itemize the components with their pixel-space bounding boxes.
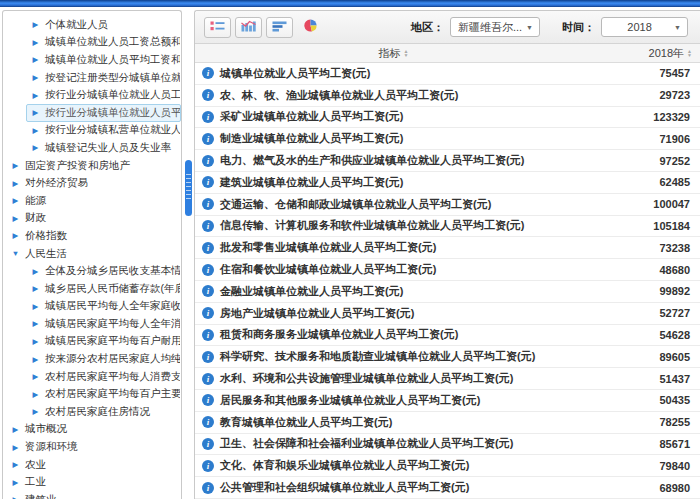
indicator-name: 城镇单位就业人员平均工资(元) bbox=[220, 66, 370, 81]
sidebar-item[interactable]: ▶ 城乡居民人民币储蓄存款(年底余额) bbox=[3, 280, 181, 298]
indicator-value: 100047 bbox=[592, 198, 700, 210]
tree-arrow-icon: ▶ bbox=[11, 460, 20, 469]
year-header-label: 2018年 bbox=[649, 46, 684, 61]
table-row: i 信息传输、计算机服务和软件业城镇单位就业人员平均工资(元) 105184 bbox=[195, 216, 700, 238]
info-icon[interactable]: i bbox=[202, 111, 214, 123]
sidebar-item[interactable]: ▶ 城镇单位就业人员平均工资和指数 bbox=[3, 51, 181, 69]
sidebar-item[interactable]: ▶ 农业 bbox=[3, 456, 181, 474]
info-icon[interactable]: i bbox=[202, 482, 214, 494]
tree-arrow-icon: ▶ bbox=[31, 126, 40, 135]
table-row: i 水利、环境和公共设施管理业城镇单位就业人员平均工资(元) 51437 bbox=[195, 368, 700, 390]
region-dropdown[interactable]: 新疆维吾尔... ▼ bbox=[450, 17, 540, 37]
table-row: i 租赁和商务服务业城镇单位就业人员平均工资(元) 54628 bbox=[195, 325, 700, 347]
sidebar-item[interactable]: ▶ 城市概况 bbox=[3, 421, 181, 439]
sidebar-item-label: 城镇居民家庭平均每人全年消费性支出 bbox=[45, 317, 181, 331]
indicator-table-body: i 城镇单位就业人员平均工资(元) 75457 i 农、林、牧、渔业城镇单位就业… bbox=[195, 63, 700, 499]
indicator-name: 居民服务和其他服务业城镇单位就业人员平均工资(元) bbox=[220, 393, 480, 408]
tree-arrow-icon: ▶ bbox=[11, 196, 20, 205]
horizontal-bar-view-button[interactable] bbox=[266, 17, 293, 38]
sidebar-item-label: 个体就业人员 bbox=[45, 18, 108, 32]
info-icon[interactable]: i bbox=[202, 438, 214, 450]
info-icon[interactable]: i bbox=[202, 460, 214, 472]
sidebar-item[interactable]: ▶ 资源和环境 bbox=[3, 438, 181, 456]
info-icon[interactable]: i bbox=[202, 176, 214, 188]
sidebar-item[interactable]: ▶ 能源 bbox=[3, 192, 181, 210]
info-icon[interactable]: i bbox=[202, 373, 214, 385]
sidebar-item[interactable]: ▶ 按行业分城镇私营单位就业人员平均工资 bbox=[3, 122, 181, 140]
info-icon[interactable]: i bbox=[202, 394, 214, 406]
sidebar-item[interactable]: ▶ 农村居民家庭平均每百户主要耐用消费品拥有量 bbox=[3, 385, 181, 403]
info-icon[interactable]: i bbox=[202, 155, 214, 167]
info-icon[interactable]: i bbox=[202, 242, 214, 254]
info-icon[interactable]: i bbox=[202, 307, 214, 319]
indicator-value: 73238 bbox=[592, 242, 700, 254]
sidebar-item[interactable]: ▶ 个体就业人员 bbox=[3, 16, 181, 34]
sidebar-item[interactable]: ▼ 人民生活 bbox=[3, 245, 181, 263]
bar-line-chart-view-button[interactable] bbox=[235, 17, 262, 38]
sidebar-item[interactable]: ▶ 城镇居民家庭平均每百户耐用消费品拥有量 bbox=[3, 333, 181, 351]
info-icon[interactable]: i bbox=[202, 67, 214, 79]
sidebar-item[interactable]: ▶ 按行业分城镇单位就业人员平均工资 bbox=[3, 104, 181, 122]
sidebar-item[interactable]: ▶ 财政 bbox=[3, 210, 181, 228]
tree-arrow-icon: ▶ bbox=[31, 302, 40, 311]
region-label: 地区： bbox=[411, 20, 444, 35]
sidebar-item[interactable]: ▶ 农村居民家庭平均每人消费支出 bbox=[3, 368, 181, 386]
tree-arrow-icon: ▶ bbox=[31, 267, 40, 276]
sidebar-item[interactable]: ▶ 固定资产投资和房地产 bbox=[3, 157, 181, 175]
region-dropdown-value: 新疆维吾尔... bbox=[457, 20, 523, 35]
sidebar-item[interactable]: ▶ 按来源分农村居民家庭人均纯收入 bbox=[3, 350, 181, 368]
sidebar-item-label: 财政 bbox=[25, 211, 46, 225]
sidebar-item[interactable]: ▶ 对外经济贸易 bbox=[3, 174, 181, 192]
tree-arrow-icon: ▶ bbox=[31, 73, 40, 82]
tree-arrow-icon: ▶ bbox=[11, 231, 20, 240]
sidebar-item[interactable]: ▶ 按行业分城镇单位就业人员工资总额 bbox=[3, 86, 181, 104]
sidebar-item-label: 城镇单位就业人员工资总额和指数 bbox=[45, 35, 181, 49]
table-row: i 教育城镇单位就业人员平均工资(元) 78255 bbox=[195, 412, 700, 434]
sidebar-item-label: 工业 bbox=[25, 475, 46, 489]
sidebar-item-label: 按行业分城镇单位就业人员工资总额 bbox=[45, 88, 181, 102]
list-view-button[interactable] bbox=[204, 17, 231, 38]
info-icon[interactable]: i bbox=[202, 89, 214, 101]
tree-arrow-icon: ▶ bbox=[31, 319, 40, 328]
indicator-name: 教育城镇单位就业人员平均工资(元) bbox=[220, 415, 392, 430]
indicator-header-label: 指标 bbox=[379, 46, 401, 61]
sidebar-item[interactable]: ▶ 全体及分城乡居民收支基本情况(新口径) bbox=[3, 262, 181, 280]
info-icon[interactable]: i bbox=[202, 198, 214, 210]
indicator-value: 29723 bbox=[592, 89, 700, 101]
pie-chart-view-button[interactable] bbox=[297, 17, 324, 38]
sidebar-item[interactable]: ▶ 城镇单位就业人员工资总额和指数 bbox=[3, 34, 181, 52]
table-row: i 文化、体育和娱乐业城镇单位就业人员平均工资(元) 79840 bbox=[195, 455, 700, 477]
info-icon[interactable]: i bbox=[202, 416, 214, 428]
sidebar-item[interactable]: ▶ 工业 bbox=[3, 473, 181, 491]
info-icon[interactable]: i bbox=[202, 285, 214, 297]
year-column-header[interactable]: 2018年 ▲▼ bbox=[592, 46, 700, 61]
sidebar-scrollbar-thumb[interactable] bbox=[185, 160, 192, 216]
time-dropdown[interactable]: 2018 ▼ bbox=[601, 17, 688, 37]
indicator-name: 公共管理和社会组织城镇单位就业人员平均工资(元) bbox=[220, 480, 469, 495]
tree-arrow-icon: ▶ bbox=[31, 407, 40, 416]
tree-arrow-icon: ▶ bbox=[31, 355, 40, 364]
sidebar-item[interactable]: ▶ 城镇登记失业人员及失业率 bbox=[3, 139, 181, 157]
sidebar-item-label: 按行业分城镇私营单位就业人员平均工资 bbox=[45, 123, 181, 137]
info-icon[interactable]: i bbox=[202, 133, 214, 145]
time-label: 时间： bbox=[562, 20, 595, 35]
table-row: i 公共管理和社会组织城镇单位就业人员平均工资(元) 68980 bbox=[195, 477, 700, 499]
sidebar-item[interactable]: ▶ 城镇居民平均每人全年家庭收入来源 bbox=[3, 298, 181, 316]
info-icon[interactable]: i bbox=[202, 351, 214, 363]
indicator-column-header[interactable]: 指标 ▲▼ bbox=[195, 46, 592, 61]
sidebar-item[interactable]: ▶ 城镇居民家庭平均每人全年消费性支出 bbox=[3, 315, 181, 333]
bar-line-chart-icon bbox=[240, 19, 257, 35]
sidebar-item[interactable]: ▶ 建筑业 bbox=[3, 491, 181, 499]
sidebar-item[interactable]: ▶ 价格指数 bbox=[3, 227, 181, 245]
info-icon[interactable]: i bbox=[202, 264, 214, 276]
indicator-value: 79840 bbox=[592, 460, 700, 472]
indicator-name: 卫生、社会保障和社会福利业城镇单位就业人员平均工资(元) bbox=[220, 436, 513, 451]
info-icon[interactable]: i bbox=[202, 220, 214, 232]
info-icon[interactable]: i bbox=[202, 329, 214, 341]
sidebar-item-label: 农村居民家庭平均每人消费支出 bbox=[45, 370, 181, 384]
tree-arrow-icon: ▶ bbox=[31, 337, 40, 346]
sidebar-item-label: 城市概况 bbox=[25, 422, 67, 436]
sidebar-item[interactable]: ▶ 按登记注册类型分城镇单位就业人员平均工资 bbox=[3, 69, 181, 87]
sidebar-item[interactable]: ▶ 农村居民家庭住房情况 bbox=[3, 403, 181, 421]
table-row: i 采矿业城镇单位就业人员平均工资(元) 123329 bbox=[195, 107, 700, 129]
